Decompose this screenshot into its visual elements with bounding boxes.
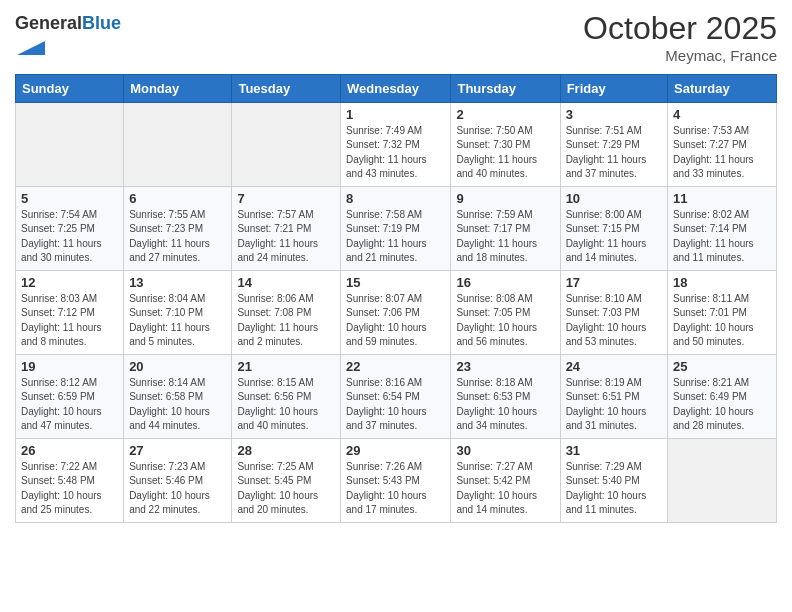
calendar-cell: 8Sunrise: 7:58 AMSunset: 7:19 PMDaylight… <box>341 186 451 270</box>
day-info: Sunrise: 8:15 AMSunset: 6:56 PMDaylight:… <box>237 376 335 434</box>
day-number: 4 <box>673 107 771 122</box>
day-info: Sunrise: 7:25 AMSunset: 5:45 PMDaylight:… <box>237 460 335 518</box>
day-info: Sunrise: 8:21 AMSunset: 6:49 PMDaylight:… <box>673 376 771 434</box>
calendar-cell: 30Sunrise: 7:27 AMSunset: 5:42 PMDayligh… <box>451 438 560 522</box>
calendar-cell: 3Sunrise: 7:51 AMSunset: 7:29 PMDaylight… <box>560 102 667 186</box>
page-container: GeneralBlue October 2025 Meymac, France … <box>0 0 792 533</box>
calendar-cell: 13Sunrise: 8:04 AMSunset: 7:10 PMDayligh… <box>124 270 232 354</box>
day-info: Sunrise: 7:59 AMSunset: 7:17 PMDaylight:… <box>456 208 554 266</box>
day-number: 17 <box>566 275 662 290</box>
title-block: October 2025 Meymac, France <box>583 10 777 64</box>
calendar-cell: 9Sunrise: 7:59 AMSunset: 7:17 PMDaylight… <box>451 186 560 270</box>
day-number: 22 <box>346 359 445 374</box>
calendar-week-5: 26Sunrise: 7:22 AMSunset: 5:48 PMDayligh… <box>16 438 777 522</box>
calendar-cell: 17Sunrise: 8:10 AMSunset: 7:03 PMDayligh… <box>560 270 667 354</box>
day-info: Sunrise: 8:10 AMSunset: 7:03 PMDaylight:… <box>566 292 662 350</box>
calendar-cell: 11Sunrise: 8:02 AMSunset: 7:14 PMDayligh… <box>668 186 777 270</box>
day-number: 27 <box>129 443 226 458</box>
logo-blue-text: Blue <box>82 13 121 33</box>
day-number: 20 <box>129 359 226 374</box>
day-number: 19 <box>21 359 118 374</box>
calendar-cell: 10Sunrise: 8:00 AMSunset: 7:15 PMDayligh… <box>560 186 667 270</box>
calendar-cell: 29Sunrise: 7:26 AMSunset: 5:43 PMDayligh… <box>341 438 451 522</box>
day-info: Sunrise: 7:22 AMSunset: 5:48 PMDaylight:… <box>21 460 118 518</box>
calendar-cell: 24Sunrise: 8:19 AMSunset: 6:51 PMDayligh… <box>560 354 667 438</box>
col-saturday: Saturday <box>668 74 777 102</box>
day-info: Sunrise: 8:04 AMSunset: 7:10 PMDaylight:… <box>129 292 226 350</box>
calendar-header: Sunday Monday Tuesday Wednesday Thursday… <box>16 74 777 102</box>
calendar-cell: 1Sunrise: 7:49 AMSunset: 7:32 PMDaylight… <box>341 102 451 186</box>
day-info: Sunrise: 8:18 AMSunset: 6:53 PMDaylight:… <box>456 376 554 434</box>
day-info: Sunrise: 7:49 AMSunset: 7:32 PMDaylight:… <box>346 124 445 182</box>
day-info: Sunrise: 7:27 AMSunset: 5:42 PMDaylight:… <box>456 460 554 518</box>
day-info: Sunrise: 8:16 AMSunset: 6:54 PMDaylight:… <box>346 376 445 434</box>
calendar-cell: 5Sunrise: 7:54 AMSunset: 7:25 PMDaylight… <box>16 186 124 270</box>
day-info: Sunrise: 7:50 AMSunset: 7:30 PMDaylight:… <box>456 124 554 182</box>
calendar-week-3: 12Sunrise: 8:03 AMSunset: 7:12 PMDayligh… <box>16 270 777 354</box>
col-sunday: Sunday <box>16 74 124 102</box>
day-number: 21 <box>237 359 335 374</box>
col-monday: Monday <box>124 74 232 102</box>
calendar-cell: 19Sunrise: 8:12 AMSunset: 6:59 PMDayligh… <box>16 354 124 438</box>
day-number: 7 <box>237 191 335 206</box>
day-number: 23 <box>456 359 554 374</box>
col-friday: Friday <box>560 74 667 102</box>
day-number: 3 <box>566 107 662 122</box>
day-number: 26 <box>21 443 118 458</box>
day-number: 1 <box>346 107 445 122</box>
day-info: Sunrise: 7:23 AMSunset: 5:46 PMDaylight:… <box>129 460 226 518</box>
calendar-cell <box>124 102 232 186</box>
day-info: Sunrise: 7:57 AMSunset: 7:21 PMDaylight:… <box>237 208 335 266</box>
location-subtitle: Meymac, France <box>583 47 777 64</box>
day-info: Sunrise: 8:07 AMSunset: 7:06 PMDaylight:… <box>346 292 445 350</box>
calendar-week-1: 1Sunrise: 7:49 AMSunset: 7:32 PMDaylight… <box>16 102 777 186</box>
calendar-cell: 6Sunrise: 7:55 AMSunset: 7:23 PMDaylight… <box>124 186 232 270</box>
day-info: Sunrise: 8:00 AMSunset: 7:15 PMDaylight:… <box>566 208 662 266</box>
calendar-table: Sunday Monday Tuesday Wednesday Thursday… <box>15 74 777 523</box>
day-number: 14 <box>237 275 335 290</box>
day-info: Sunrise: 7:51 AMSunset: 7:29 PMDaylight:… <box>566 124 662 182</box>
day-info: Sunrise: 8:11 AMSunset: 7:01 PMDaylight:… <box>673 292 771 350</box>
day-number: 2 <box>456 107 554 122</box>
calendar-cell <box>16 102 124 186</box>
calendar-cell: 23Sunrise: 8:18 AMSunset: 6:53 PMDayligh… <box>451 354 560 438</box>
day-number: 11 <box>673 191 771 206</box>
calendar-cell: 7Sunrise: 7:57 AMSunset: 7:21 PMDaylight… <box>232 186 341 270</box>
day-info: Sunrise: 8:02 AMSunset: 7:14 PMDaylight:… <box>673 208 771 266</box>
calendar-cell: 26Sunrise: 7:22 AMSunset: 5:48 PMDayligh… <box>16 438 124 522</box>
day-number: 5 <box>21 191 118 206</box>
svg-marker-0 <box>17 41 45 55</box>
calendar-cell: 2Sunrise: 7:50 AMSunset: 7:30 PMDaylight… <box>451 102 560 186</box>
col-tuesday: Tuesday <box>232 74 341 102</box>
day-number: 18 <box>673 275 771 290</box>
logo: GeneralBlue <box>15 14 121 66</box>
calendar-week-2: 5Sunrise: 7:54 AMSunset: 7:25 PMDaylight… <box>16 186 777 270</box>
calendar-cell: 16Sunrise: 8:08 AMSunset: 7:05 PMDayligh… <box>451 270 560 354</box>
header-row: Sunday Monday Tuesday Wednesday Thursday… <box>16 74 777 102</box>
day-info: Sunrise: 8:03 AMSunset: 7:12 PMDaylight:… <box>21 292 118 350</box>
calendar-cell: 14Sunrise: 8:06 AMSunset: 7:08 PMDayligh… <box>232 270 341 354</box>
col-thursday: Thursday <box>451 74 560 102</box>
calendar-cell: 28Sunrise: 7:25 AMSunset: 5:45 PMDayligh… <box>232 438 341 522</box>
calendar-cell: 15Sunrise: 8:07 AMSunset: 7:06 PMDayligh… <box>341 270 451 354</box>
calendar-cell: 18Sunrise: 8:11 AMSunset: 7:01 PMDayligh… <box>668 270 777 354</box>
day-info: Sunrise: 7:55 AMSunset: 7:23 PMDaylight:… <box>129 208 226 266</box>
col-wednesday: Wednesday <box>341 74 451 102</box>
calendar-cell: 31Sunrise: 7:29 AMSunset: 5:40 PMDayligh… <box>560 438 667 522</box>
day-info: Sunrise: 8:08 AMSunset: 7:05 PMDaylight:… <box>456 292 554 350</box>
day-number: 6 <box>129 191 226 206</box>
calendar-body: 1Sunrise: 7:49 AMSunset: 7:32 PMDaylight… <box>16 102 777 522</box>
day-info: Sunrise: 7:54 AMSunset: 7:25 PMDaylight:… <box>21 208 118 266</box>
page-header: GeneralBlue October 2025 Meymac, France <box>15 10 777 66</box>
day-number: 25 <box>673 359 771 374</box>
day-info: Sunrise: 8:06 AMSunset: 7:08 PMDaylight:… <box>237 292 335 350</box>
day-number: 12 <box>21 275 118 290</box>
day-number: 8 <box>346 191 445 206</box>
calendar-cell: 27Sunrise: 7:23 AMSunset: 5:46 PMDayligh… <box>124 438 232 522</box>
calendar-cell: 22Sunrise: 8:16 AMSunset: 6:54 PMDayligh… <box>341 354 451 438</box>
day-info: Sunrise: 8:19 AMSunset: 6:51 PMDaylight:… <box>566 376 662 434</box>
calendar-cell <box>668 438 777 522</box>
day-info: Sunrise: 7:58 AMSunset: 7:19 PMDaylight:… <box>346 208 445 266</box>
calendar-cell: 12Sunrise: 8:03 AMSunset: 7:12 PMDayligh… <box>16 270 124 354</box>
day-info: Sunrise: 7:29 AMSunset: 5:40 PMDaylight:… <box>566 460 662 518</box>
